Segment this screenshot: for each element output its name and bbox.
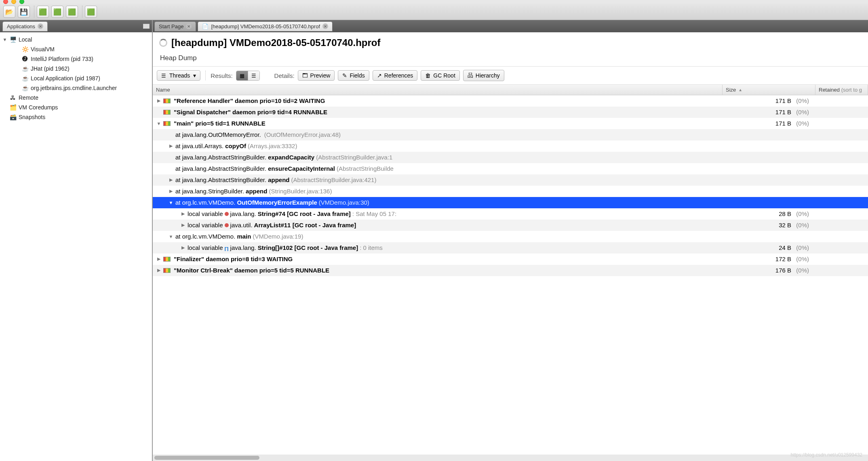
table-row[interactable]: ▼"main" prio=5 tid=1 RUNNABLE171 B(0%) [153, 118, 868, 129]
expand-toggle-icon[interactable]: ▶ [156, 98, 162, 103]
tree-node[interactable]: ☕org.jetbrains.jps.cmdline.Launcher [21, 83, 150, 93]
table-row[interactable]: ▶at java.lang.AbstractStringBuilder.appe… [153, 174, 868, 186]
expand-toggle-icon[interactable]: ▶ [156, 268, 162, 273]
add-snapshot-button[interactable]: 🟩 [85, 6, 97, 18]
thread-icon [163, 268, 171, 273]
tree-node[interactable]: 🅙IntelliJ Platform (pid 733) [21, 54, 150, 64]
table-row[interactable]: ▼at org.lc.vm.VMDemo.OutOfMemoryErrorExa… [153, 197, 868, 208]
references-button[interactable]: ↗References [373, 70, 418, 81]
tree-node[interactable]: ☕JHat (pid 1962) [21, 64, 150, 73]
close-icon[interactable]: ✕ [38, 23, 43, 29]
editor-tab[interactable]: 📄[heapdump] VMDemo2018-05-05170740.hprof… [198, 21, 333, 31]
table-row[interactable]: ▶"Reference Handler" daemon prio=10 tid=… [153, 95, 868, 107]
size-value: 32 B [723, 222, 791, 228]
column-retained[interactable]: Retained (sort to g [815, 85, 868, 95]
page-title-row: [heapdump] VMDemo2018-05-05170740.hprof [153, 32, 868, 52]
table-row[interactable]: ▶at java.lang.StringBuilder.append (Stri… [153, 186, 868, 197]
view-mode-dropdown[interactable]: ☰ Threads ▾ [157, 70, 200, 81]
applications-tree[interactable]: ▼🖥️Local🔆VisualVM🅙IntelliJ Platform (pid… [0, 32, 152, 461]
hierarchy-button[interactable]: 品Hierarchy [463, 70, 504, 81]
expand-toggle-icon[interactable]: ▼ [168, 234, 174, 239]
add-local-button[interactable]: 🟩 [37, 6, 49, 18]
list-view-button[interactable]: ☰ [248, 71, 259, 80]
expand-toggle-icon[interactable]: ▼ [156, 121, 162, 126]
size-value: 28 B [723, 210, 791, 217]
table-row[interactable]: ▶local variable java.util.ArrayList#11 [… [153, 220, 868, 231]
node-icon: 🖥️ [10, 36, 16, 43]
sort-asc-icon: ▲ [738, 88, 742, 92]
table-row[interactable]: at java.lang.OutOfMemoryError. (OutOfMem… [153, 129, 868, 140]
tree-node[interactable]: 🔆VisualVM [21, 44, 150, 54]
minimize-panel-button[interactable] [143, 24, 150, 29]
tab-icon: 📄 [202, 23, 209, 29]
table-row[interactable]: ▶local variable [] java.lang.String[]#10… [153, 242, 868, 254]
table-row[interactable]: "Signal Dispatcher" daemon prio=9 tid=4 … [153, 107, 868, 118]
view-mode-label: Threads [169, 72, 190, 79]
fields-button[interactable]: ✎Fields [338, 70, 369, 81]
table-row[interactable]: ▶"Monitor Ctrl-Break" daemon prio=5 tid=… [153, 265, 868, 276]
table-row[interactable]: ▼at org.lc.vm.VMDemo.main (VMDemo.java:1… [153, 231, 868, 242]
editor-tabbar: Start Page✕📄[heapdump] VMDemo2018-05-051… [153, 20, 868, 32]
node-icon: ☕ [22, 75, 28, 82]
column-size[interactable]: Size▲ [723, 85, 815, 95]
column-name[interactable]: Name [153, 85, 723, 95]
expand-toggle-icon[interactable]: ▶ [180, 245, 186, 250]
table-body[interactable]: ▶"Reference Handler" daemon prio=10 tid=… [153, 95, 868, 455]
table-row[interactable]: at java.lang.AbstractStringBuilder.expan… [153, 152, 868, 163]
details-label: Details: [274, 72, 295, 79]
sidebar-tabbar: Applications ✕ [0, 20, 152, 32]
heap-toolbar: ☰ Threads ▾ Results: ▦ ☰ Details: 🗔Previ… [153, 67, 868, 85]
maximize-window-button[interactable] [19, 0, 24, 4]
node-icon: 🗃️ [10, 114, 16, 120]
horizontal-scrollbar[interactable] [153, 455, 868, 461]
table-row[interactable]: ▶"Finalizer" daemon prio=8 tid=3 WAITING… [153, 254, 868, 265]
tree-node[interactable]: ☕Local Application (pid 1987) [21, 73, 150, 83]
expand-toggle-icon[interactable]: ▶ [168, 189, 174, 194]
size-pct: (0%) [791, 256, 811, 262]
editor-tab[interactable]: Start Page✕ [154, 21, 196, 31]
grid-icon: ▦ [240, 73, 244, 79]
close-window-button[interactable] [3, 0, 8, 4]
save-button[interactable]: 💾 [18, 6, 30, 18]
table-row[interactable]: ▶at java.util.Arrays.copyOf (Arrays.java… [153, 140, 868, 152]
minimize-window-button[interactable] [11, 0, 16, 4]
table-row[interactable]: at java.lang.AbstractStringBuilder.ensur… [153, 163, 868, 174]
size-pct: (0%) [791, 267, 811, 274]
open-file-button[interactable]: 📂 [3, 6, 15, 18]
content-area: Start Page✕📄[heapdump] VMDemo2018-05-051… [153, 20, 868, 461]
applications-tab[interactable]: Applications ✕ [2, 21, 48, 31]
tree-toggle-icon[interactable]: ▼ [2, 37, 7, 42]
expand-toggle-icon[interactable]: ▼ [168, 200, 174, 205]
node-label: org.jetbrains.jps.cmdline.Launcher [31, 85, 117, 91]
titlebar [0, 0, 868, 4]
tree-node[interactable]: ▼🖥️Local [2, 35, 150, 44]
expand-toggle-icon[interactable]: ▶ [168, 143, 174, 149]
add-coredump-button[interactable]: 🟩 [66, 6, 78, 18]
section-header: Heap Dump [153, 52, 868, 67]
expand-toggle-icon[interactable]: ▶ [180, 211, 186, 216]
gcroot-button[interactable]: 🗑GC Root [421, 70, 459, 81]
size-value: 176 B [723, 267, 791, 274]
expand-toggle-icon[interactable]: ▶ [180, 222, 186, 228]
trash-icon: 🗑 [425, 72, 431, 79]
size-pct: (0%) [791, 109, 811, 115]
grid-view-button[interactable]: ▦ [236, 71, 248, 80]
table-row[interactable]: ▶local variable java.lang.String#74 [GC … [153, 208, 868, 220]
close-icon[interactable]: ✕ [186, 23, 192, 29]
page-title: [heapdump] VMDemo2018-05-05170740.hprof [171, 37, 381, 48]
tree-node[interactable]: 🗂️VM Coredumps [2, 103, 150, 112]
expand-toggle-icon[interactable]: ▶ [156, 256, 162, 262]
preview-button[interactable]: 🗔Preview [298, 70, 335, 81]
node-icon: 🗂️ [10, 104, 16, 111]
tree-node[interactable]: 🖧Remote [2, 93, 150, 103]
separator [205, 71, 206, 80]
node-label: IntelliJ Platform (pid 733) [31, 56, 93, 62]
node-label: Local [19, 36, 32, 43]
close-icon[interactable]: ✕ [322, 23, 328, 29]
add-jmx-button[interactable]: 🟩 [51, 6, 63, 18]
scrollbar-thumb[interactable] [154, 456, 259, 460]
table-header: Name Size▲ Retained (sort to g [153, 85, 868, 95]
expand-toggle-icon[interactable]: ▶ [168, 177, 174, 182]
tree-node[interactable]: 🗃️Snapshots [2, 112, 150, 122]
results-label: Results: [211, 72, 232, 79]
